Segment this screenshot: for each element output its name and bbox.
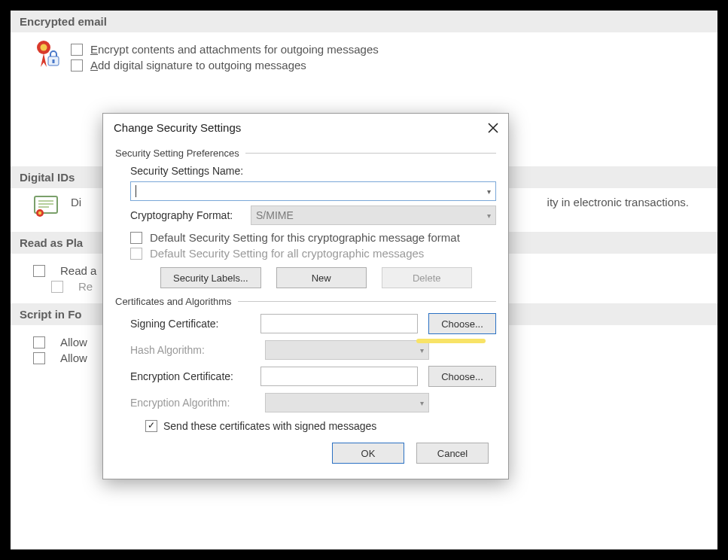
svg-point-9 <box>38 212 41 215</box>
close-button[interactable] <box>487 122 499 134</box>
default-all-checkbox <box>130 248 142 260</box>
send-certs-checkbox[interactable] <box>145 420 157 432</box>
encryption-algorithm-label: Encryption Algorithm: <box>130 397 254 409</box>
allow-script-label-1: Allow <box>60 336 87 348</box>
chevron-down-icon: ▾ <box>420 399 424 407</box>
delete-button: Delete <box>382 267 472 288</box>
text-cursor-icon <box>136 185 136 197</box>
digital-ids-text-right: ity in electronic transactions. <box>547 196 689 208</box>
chevron-down-icon: ▾ <box>420 346 424 355</box>
encrypt-outgoing-label: Encrypt contents and attachments for out… <box>90 43 379 56</box>
allow-script-checkbox-1[interactable] <box>33 336 45 348</box>
encryption-cert-field[interactable] <box>260 367 419 386</box>
allow-script-label-2: Allow <box>60 352 87 364</box>
chevron-down-icon: ▾ <box>487 187 491 196</box>
hash-algorithm-select: ▾ <box>265 340 429 360</box>
add-signature-label: Add digital signature to outgoing messag… <box>90 59 306 72</box>
signing-cert-field[interactable] <box>260 314 419 333</box>
allow-script-checkbox-2[interactable] <box>33 352 45 364</box>
default-this-format-label: Default Security Setting for this crypto… <box>150 231 460 244</box>
ribbon-lock-icon <box>33 40 60 72</box>
add-signature-checkbox[interactable] <box>71 59 83 72</box>
svg-rect-3 <box>53 59 55 63</box>
hash-algorithm-label: Hash Algorithm: <box>130 344 254 356</box>
section-encrypted-email: Encrypted email <box>11 11 717 32</box>
choose-signing-cert-button[interactable]: Choose... <box>428 313 496 334</box>
encrypt-outgoing-checkbox[interactable] <box>71 44 83 56</box>
dialog-title: Change Security Settings <box>114 121 241 134</box>
divider-line <box>238 301 496 302</box>
new-button[interactable]: New <box>276 267 367 288</box>
settings-name-label: Security Settings Name: <box>130 165 243 177</box>
read-plain-label-2: Re <box>78 280 93 293</box>
chevron-down-icon: ▾ <box>487 212 491 220</box>
read-plain-label-1: Read a <box>60 264 96 277</box>
send-certs-label: Send these certificates with signed mess… <box>163 420 376 432</box>
crypto-format-select: S/MIME ▾ <box>251 205 496 225</box>
security-labels-button[interactable]: Security Labels... <box>160 267 261 288</box>
cancel-button[interactable]: Cancel <box>416 443 489 464</box>
certificate-icon <box>33 196 60 218</box>
svg-point-1 <box>41 44 47 51</box>
group-prefs-label: Security Setting Preferences <box>115 148 239 159</box>
settings-name-combo[interactable]: ▾ <box>130 181 496 201</box>
signing-cert-label: Signing Certificate: <box>130 318 250 330</box>
encryption-algorithm-select: ▾ <box>265 393 429 412</box>
default-all-label: Default Security Setting for all cryptog… <box>150 247 424 260</box>
group-certs-label: Certificates and Algorithms <box>115 296 232 307</box>
crypto-format-value: S/MIME <box>256 209 294 221</box>
read-plain-checkbox-2 <box>51 281 63 293</box>
divider-line <box>245 153 496 154</box>
change-security-settings-dialog: Change Security Settings Security Settin… <box>102 113 509 479</box>
crypto-format-label: Cryptography Format: <box>130 209 243 221</box>
digital-ids-text-left: Di <box>71 196 81 208</box>
default-this-format-checkbox[interactable] <box>130 232 142 244</box>
encryption-cert-label: Encryption Certificate: <box>130 370 250 382</box>
ok-button[interactable]: OK <box>332 443 404 464</box>
read-plain-checkbox-1[interactable] <box>33 265 45 277</box>
choose-encryption-cert-button[interactable]: Choose... <box>428 366 496 387</box>
